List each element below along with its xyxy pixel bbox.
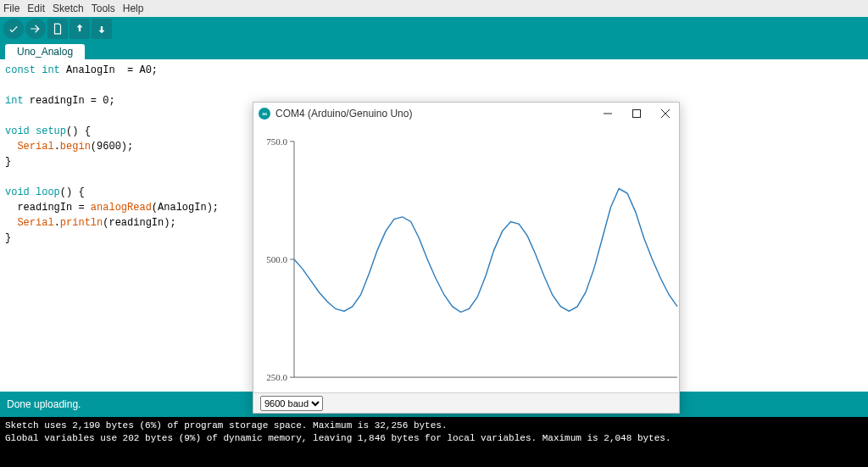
arduino-icon: ∞: [259, 108, 270, 120]
fn-analogread: analogRead: [91, 202, 152, 214]
serial-obj: Serial: [17, 141, 53, 153]
plotter-titlebar[interactable]: ∞ COM4 (Arduino/Genuino Uno): [253, 103, 679, 125]
brace-close: }: [5, 156, 11, 168]
val-zero: 0;: [103, 95, 114, 107]
plotter-footer: 9600 baud: [253, 392, 679, 413]
open-sketch-button[interactable]: [70, 19, 90, 39]
dot2: .: [54, 217, 60, 229]
menubar: File Edit Sketch Tools Help: [0, 0, 868, 17]
new-sketch-button[interactable]: [47, 19, 68, 39]
op-eq2: =: [91, 95, 97, 107]
baud-arg: (9600);: [91, 141, 133, 153]
var-reading: readingIn: [30, 95, 85, 107]
save-sketch-button[interactable]: [92, 19, 112, 39]
console[interactable]: Sketch uses 2,190 bytes (6%) of program …: [0, 417, 868, 467]
menu-file[interactable]: File: [3, 3, 19, 14]
val-a0: A0;: [139, 64, 158, 76]
fn-loop: loop: [36, 186, 60, 198]
tabbar: Uno_Analog: [0, 41, 868, 59]
close-button[interactable]: [657, 105, 674, 122]
dot: .: [54, 141, 60, 153]
plot-area: 750.0 500.0 250.0: [253, 125, 679, 392]
console-line: Sketch uses 2,190 bytes (6%) of program …: [5, 420, 863, 432]
brace-close2: }: [5, 232, 11, 244]
svg-rect-1: [633, 110, 641, 118]
serial-plotter-window: ∞ COM4 (Arduino/Genuino Uno) 750.0 500.0…: [253, 102, 680, 414]
aread-arg: (AnalogIn);: [152, 202, 219, 214]
tab-sketch[interactable]: Uno_Analog: [5, 44, 85, 59]
maximize-button[interactable]: [628, 105, 645, 122]
println-arg: (readingIn);: [103, 217, 175, 229]
assign-reading: readingIn =: [17, 202, 84, 214]
verify-button[interactable]: [3, 19, 24, 39]
fn-begin: begin: [60, 141, 91, 153]
kw-void: void: [5, 125, 30, 137]
kw-void2: void: [5, 186, 30, 198]
ytick-bot: 250.0: [266, 372, 287, 382]
console-line: Global variables use 202 bytes (9%) of d…: [5, 432, 863, 445]
baud-select[interactable]: 9600 baud: [260, 396, 323, 411]
menu-sketch[interactable]: Sketch: [53, 3, 84, 14]
toolbar: [0, 17, 868, 41]
brace-open2: () {: [60, 186, 85, 198]
ytick-mid: 500.0: [266, 254, 287, 264]
menu-edit[interactable]: Edit: [27, 3, 45, 14]
kw-int2: int: [5, 95, 24, 107]
chart-series: [294, 189, 677, 313]
kw-const: const: [5, 64, 36, 76]
op-eq: =: [127, 64, 133, 76]
fn-println: println: [60, 217, 103, 229]
plotter-title: COM4 (Arduino/Genuino Uno): [275, 108, 412, 120]
menu-help[interactable]: Help: [123, 3, 144, 14]
upload-button[interactable]: [25, 19, 46, 39]
status-text: Done uploading.: [7, 398, 81, 410]
minimize-button[interactable]: [599, 105, 616, 122]
ytick-top: 750.0: [266, 136, 287, 147]
menu-tools[interactable]: Tools: [92, 3, 115, 14]
kw-int: int: [42, 64, 60, 76]
var-analogin: AnalogIn: [66, 64, 115, 76]
serial-obj2: Serial: [17, 217, 53, 229]
brace-open: () {: [66, 125, 91, 137]
fn-setup: setup: [36, 125, 66, 137]
